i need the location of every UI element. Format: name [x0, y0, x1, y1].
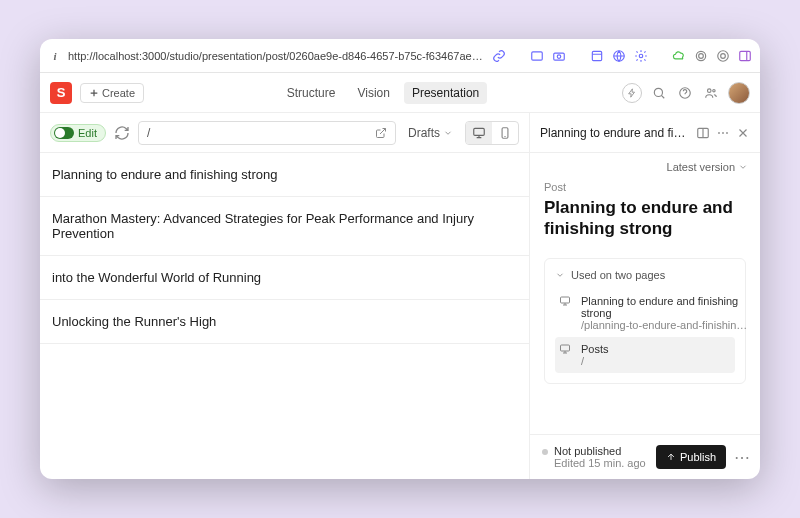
posts-list: Planning to endure and finishing strong …	[40, 153, 529, 479]
chevron-down-icon	[555, 270, 565, 280]
svg-rect-15	[474, 128, 485, 135]
publish-button[interactable]: Publish	[656, 445, 726, 469]
preview-toolbar: Edit / Drafts	[40, 113, 529, 153]
desktop-view-button[interactable]	[466, 122, 492, 144]
search-icon[interactable]	[650, 84, 668, 102]
app-window: i http://localhost:3000/studio/presentat…	[40, 39, 760, 479]
gear-icon[interactable]	[634, 49, 648, 63]
tab-vision[interactable]: Vision	[349, 82, 397, 104]
version-row: Latest version	[530, 153, 760, 181]
list-item[interactable]: Unlocking the Runner's High	[40, 300, 529, 344]
globe-icon[interactable]	[612, 49, 626, 63]
info-icon[interactable]: i	[48, 50, 62, 62]
list-item[interactable]: Planning to endure and finishing strong	[40, 153, 529, 197]
nav-right-icons	[622, 82, 750, 104]
svg-point-6	[696, 51, 705, 60]
svg-point-5	[639, 54, 643, 58]
chevron-down-icon	[443, 128, 453, 138]
chevron-down-icon	[738, 162, 748, 172]
refresh-icon[interactable]	[114, 125, 130, 141]
svg-point-9	[721, 53, 726, 58]
panel-icon[interactable]	[738, 49, 752, 63]
document-type-label: Post	[544, 181, 746, 193]
editor-header: Planning to endure and finishi… ⋯	[530, 113, 760, 153]
svg-rect-19	[561, 345, 570, 351]
drafts-selector[interactable]: Drafts	[404, 124, 457, 142]
tab-presentation[interactable]: Presentation	[404, 82, 487, 104]
list-item[interactable]: Marathon Mastery: Advanced Strategies fo…	[40, 197, 529, 256]
svg-rect-3	[592, 51, 601, 60]
more-icon[interactable]: ⋯	[716, 126, 730, 140]
list-item[interactable]: into the Wonderful World of Running	[40, 256, 529, 300]
toggle-switch-icon	[54, 127, 74, 139]
svg-rect-10	[740, 51, 751, 60]
spiral-icon[interactable]	[694, 49, 708, 63]
path-input[interactable]: /	[138, 121, 396, 145]
svg-point-8	[718, 50, 729, 61]
used-item-title: Planning to endure and finishing strong	[581, 295, 747, 319]
svg-rect-1	[554, 53, 565, 60]
used-on-pages-box: Used on two pages Planning to endure and…	[544, 258, 746, 384]
used-page-item[interactable]: Planning to endure and finishing strong …	[555, 289, 735, 337]
svg-rect-18	[561, 297, 570, 303]
editor-footer: Not published Edited 15 min. ago Publish…	[530, 434, 760, 479]
editor-pane: Planning to endure and finishi… ⋯ Latest…	[530, 113, 760, 479]
browser-toolbar-icons	[492, 49, 752, 63]
used-page-item[interactable]: Posts /	[555, 337, 735, 373]
document-title[interactable]: Planning to endure and finishing strong	[544, 197, 746, 240]
user-avatar[interactable]	[728, 82, 750, 104]
svg-point-7	[699, 53, 704, 58]
svg-point-2	[557, 54, 561, 58]
app-logo[interactable]: S	[50, 82, 72, 104]
url-text[interactable]: http://localhost:3000/studio/presentatio…	[68, 50, 486, 62]
svg-point-13	[708, 88, 712, 92]
device-switcher	[465, 121, 519, 145]
page-icon	[559, 295, 573, 331]
nav-tabs: Structure Vision Presentation	[152, 82, 614, 104]
cloud-icon[interactable]	[672, 49, 686, 63]
edit-toggle[interactable]: Edit	[50, 124, 106, 142]
target-icon[interactable]	[716, 49, 730, 63]
publish-icon	[666, 452, 676, 462]
version-selector[interactable]: Latest version	[667, 161, 748, 173]
box-icon[interactable]	[590, 49, 604, 63]
svg-rect-0	[532, 51, 543, 59]
preview-pane: Edit / Drafts Planning	[40, 113, 530, 479]
editor-header-title: Planning to endure and finishi…	[540, 126, 690, 140]
window-icon[interactable]	[530, 49, 544, 63]
svg-point-11	[654, 88, 662, 96]
mobile-view-button[interactable]	[492, 122, 518, 144]
used-item-path: /	[581, 355, 731, 367]
used-item-title: Posts	[581, 343, 731, 355]
browser-url-bar: i http://localhost:3000/studio/presentat…	[40, 39, 760, 73]
camera-icon[interactable]	[552, 49, 566, 63]
tab-structure[interactable]: Structure	[279, 82, 344, 104]
more-icon[interactable]: ⋯	[734, 448, 748, 467]
link-icon[interactable]	[492, 49, 506, 63]
publish-status: Not published Edited 15 min. ago	[542, 445, 648, 469]
external-link-icon[interactable]	[375, 127, 387, 139]
create-button[interactable]: Create	[80, 83, 144, 103]
workspace: Edit / Drafts Planning	[40, 113, 760, 479]
close-icon[interactable]	[736, 126, 750, 140]
help-icon[interactable]	[676, 84, 694, 102]
svg-point-14	[713, 89, 715, 91]
split-view-icon[interactable]	[696, 126, 710, 140]
app-top-nav: S Create Structure Vision Presentation	[40, 73, 760, 113]
used-on-pages-header[interactable]: Used on two pages	[555, 269, 735, 281]
status-dot-icon	[542, 449, 548, 455]
used-item-path: /planning-to-endure-and-finishin…	[581, 319, 747, 331]
bolt-icon[interactable]	[622, 83, 642, 103]
users-icon[interactable]	[702, 84, 720, 102]
page-icon	[559, 343, 573, 367]
document-body: Post Planning to endure and finishing st…	[530, 181, 760, 434]
